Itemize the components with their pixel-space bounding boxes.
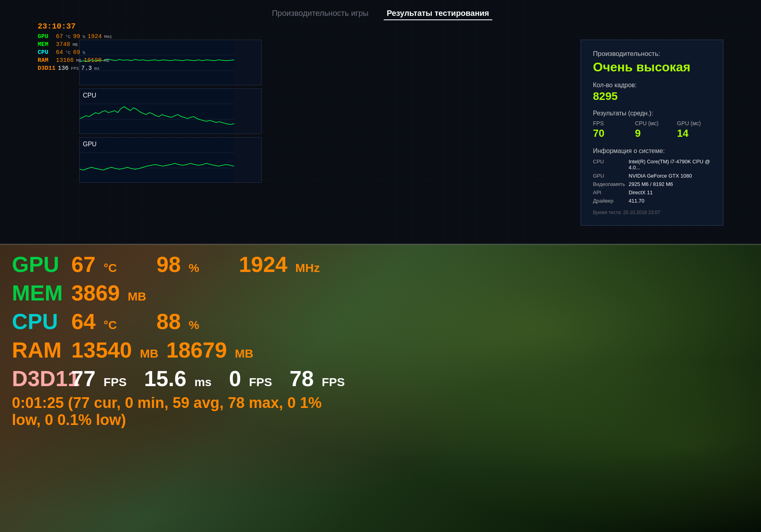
cpu-ms-stat-label: CPU (мс) [635,120,669,126]
bhud-gpu-load: 98 [157,252,181,277]
bhud-d3d-label: D3D11 [12,366,63,391]
perf-label: Производительность: [593,50,711,58]
sysinfo-vram-val: 2925 М6 / 8192 М6 [629,181,711,187]
hud-cpu-temp: 64 [56,49,63,56]
bhud-cpu-row: CPU 64°C 88% [12,309,345,334]
hud-mem-val: 3748 [56,41,70,48]
bhud-cpu-temp: 64 [71,309,96,334]
hud-d3d-fps: 136 [58,65,69,72]
hud-ram-label: RAM [38,57,54,64]
hud-cpu-row: CPU 64°C 69% [38,49,112,56]
sysinfo-gpu-row: GPU NVIDIA GeForce GTX 1080 [593,173,711,179]
fps-stat-value: 70 [593,127,627,140]
sysinfo-driver-val: 411.70 [629,198,711,204]
hud-top-overlay: 23:10:37 GPU 67°C 99% 1924MHz MEM 3748MB… [38,22,112,73]
results-timestamp: Время теста: 20.10.2018 23:07 [593,210,711,215]
bhud-cpu-load: 88 [157,309,181,334]
avg-label: Результаты (средн.): [593,110,711,117]
gpu-ms-stat-value: 14 [677,127,711,140]
frames-value: 8295 [593,90,711,103]
cpu-graph-label: CPU [83,92,96,99]
perf-value: Очень высокая [593,60,711,75]
fps-stat: FPS 70 [593,120,627,140]
sysinfo-api-row: API DirectX 11 [593,189,711,195]
cpu-graph-container: CPU 21 9 6 [79,88,262,134]
cpu-ms-stat: CPU (мс) 9 [635,120,669,140]
hud-ram-used: 13166 [56,57,74,64]
bottom-hud: GPU 67°C 98% 1924MHz MEM 3869MB CPU 64°C… [0,244,357,436]
fps-stat-label: FPS [593,120,627,126]
hud-d3d-row: D3D11 136FPS 7.3ms [38,65,112,72]
sysinfo-gpu-val: NVIDIA GeForce GTX 1080 [629,173,711,179]
bhud-ram-label: RAM [12,337,63,363]
bhud-bottom-line: 0:01:25 (77 cur, 0 min, 59 avg, 78 max, … [12,394,345,429]
sysinfo-vram-key: Видеопамять [593,181,629,187]
sysinfo-api-val: DirectX 11 [629,189,711,195]
bhud-d3d-fps3: 78 [289,366,314,391]
gpu-graph-section: GPU 21 14 11 [79,137,262,183]
sysinfo-table: CPU Intel(R) Core(TM) i7-4790K CPU @ 4.0… [593,159,711,204]
tab-game-perf[interactable]: Производительность игры [269,7,372,20]
sysinfo-api-key: API [593,189,629,195]
sysinfo-label: Информация о системе: [593,147,711,155]
gpu-graph-container: GPU 21 14 11 [79,137,262,183]
gpu-ms-stat-label: GPU (мс) [677,120,711,126]
hud-ram-total: 16198 [84,57,101,64]
svg-rect-6 [80,138,234,183]
hud-gpu-load: 99 [73,33,80,40]
bhud-gpu-temp: 67 [71,252,96,277]
cpu-ms-stat-value: 9 [635,127,669,140]
sysinfo-driver-row: Драйвер 411.70 [593,198,711,204]
top-panel: Производительность игры Результаты тести… [0,0,761,244]
results-panel: Производительность: Очень высокая Кол-во… [581,40,723,226]
bhud-ram-total: 18679 [166,337,227,363]
hud-gpu-label: GPU [38,33,54,40]
hud-gpu-clock: 1924 [88,33,102,40]
gpu-graph-svg [80,138,234,183]
hud-ram-row: RAM 13166MB 16198MB [38,57,112,64]
stats-row: FPS 70 CPU (мс) 9 GPU (мс) 14 [593,120,711,140]
sysinfo-vram-row: Видеопамять 2925 М6 / 8192 М6 [593,181,711,187]
hud-mem-row: MEM 3748MB [38,41,112,48]
frames-label: Кол-во кадров: [593,82,711,89]
bhud-d3d-fps2: 0 [229,366,241,391]
hud-gpu-temp: 67 [56,33,63,40]
hud-cpu-label: CPU [38,49,54,56]
bhud-d3d-row: D3D11 77FPS 15.6ms 0FPS 78FPS [12,366,345,391]
bhud-mem-val: 3869 [71,280,120,306]
bhud-mem-label: MEM [12,280,63,306]
cpu-graph-svg [80,89,234,134]
cpu-graph-section: CPU 21 9 6 [79,88,262,134]
gpu-ms-stat: GPU (мс) 14 [677,120,711,140]
bhud-gpu-label: GPU [12,252,63,277]
bhud-mem-row: MEM 3869MB [12,280,345,306]
bhud-d3d-ms: 15.6 [144,366,186,391]
bhud-cpu-label: CPU [12,309,63,334]
bhud-gpu-row: GPU 67°C 98% 1924MHz [12,252,345,277]
bhud-gpu-clock: 1924 [239,252,287,277]
bhud-ram-row: RAM 13540MB 18679MB [12,337,345,363]
sysinfo-cpu-key: CPU [593,159,629,170]
bhud-ram-used: 13540 [71,337,132,363]
sysinfo-cpu-val: Intel(R) Core(TM) i7-4790K CPU @ 4.0... [629,159,711,170]
hud-mem-label: MEM [38,41,54,48]
sysinfo-cpu-row: CPU Intel(R) Core(TM) i7-4790K CPU @ 4.0… [593,159,711,170]
hud-gpu-row: GPU 67°C 99% 1924MHz [38,33,112,40]
hud-d3d-label: D3D11 [38,65,55,72]
hud-cpu-load: 69 [73,49,80,56]
sysinfo-driver-key: Драйвер [593,198,629,204]
tab-bar: Производительность игры Результаты тести… [269,7,492,20]
sysinfo-gpu-key: GPU [593,173,629,179]
bhud-d3d-fps: 77 [71,366,96,391]
hud-d3d-ms: 7.3 [81,65,92,72]
hud-time: 23:10:37 [38,22,112,31]
tab-test-results[interactable]: Результаты тестирования [384,7,492,20]
gpu-graph-label: GPU [83,141,97,148]
